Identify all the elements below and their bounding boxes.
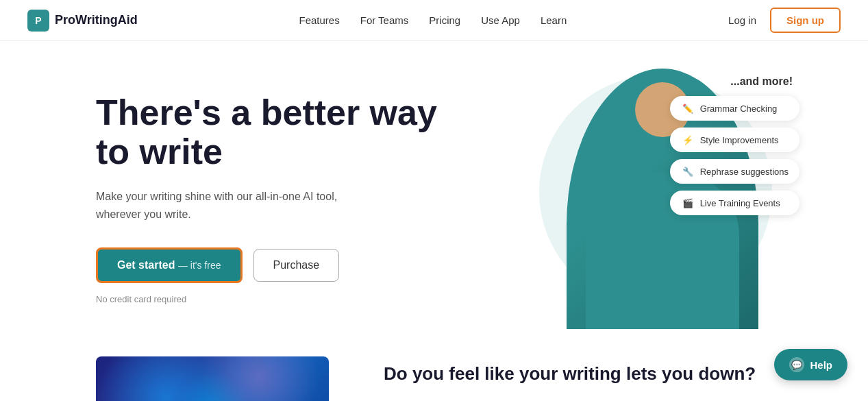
get-started-button[interactable]: Get started — it's free: [96, 247, 243, 283]
login-link[interactable]: Log in: [728, 14, 756, 26]
live-icon: 🎬: [681, 196, 695, 210]
nav-links: Features For Teams Pricing Use App Learn: [299, 14, 567, 27]
logo-icon: P: [27, 10, 49, 32]
no-credit-text: No credit card required: [96, 294, 452, 304]
starry-swirl-overlay: [96, 356, 329, 401]
grammar-icon: ✏️: [681, 101, 695, 115]
hero-title: There's a better way to write: [96, 93, 452, 171]
nav-features[interactable]: Features: [299, 14, 340, 26]
style-icon: ⚡: [681, 133, 695, 147]
feature-pills: ✏️ Grammar Checking ⚡ Style Improvements…: [670, 96, 799, 215]
hero-right: ...and more! ✏️ Grammar Checking ⚡ Style…: [452, 69, 813, 329]
bottom-text: Do you feel like your writing lets you d…: [384, 356, 756, 385]
pill-grammar: ✏️ Grammar Checking: [670, 96, 799, 121]
pill-style-label: Style Improvements: [700, 135, 779, 145]
nav-learn[interactable]: Learn: [541, 14, 567, 26]
pill-rephrase: 🔧 Rephrase suggestions: [670, 159, 799, 184]
nav-pricing[interactable]: Pricing: [429, 14, 460, 26]
logo[interactable]: P ProWritingAid: [27, 10, 138, 32]
pill-grammar-label: Grammar Checking: [700, 104, 778, 114]
bottom-heading: Do you feel like your writing lets you d…: [384, 363, 756, 385]
help-label: Help: [810, 359, 832, 371]
pill-live: 🎬 Live Training Events: [670, 191, 799, 215]
and-more-label: ...and more!: [730, 75, 793, 88]
get-started-suffix: — it's free: [178, 260, 221, 271]
help-chat-icon: 💬: [789, 357, 804, 372]
nav-for-teams[interactable]: For Teams: [360, 14, 409, 26]
pill-live-label: Live Training Events: [700, 198, 780, 208]
hero-buttons: Get started — it's free Purchase: [96, 247, 452, 283]
pill-rephrase-label: Rephrase suggestions: [700, 167, 789, 177]
signup-button[interactable]: Sign up: [770, 8, 841, 33]
nav-actions: Log in Sign up: [728, 8, 841, 33]
rephrase-icon: 🔧: [681, 165, 695, 178]
starry-night-image: [96, 356, 329, 401]
navigation: P ProWritingAid Features For Teams Prici…: [0, 0, 868, 41]
hero-section: There's a better way to write Make your …: [0, 41, 868, 356]
help-button[interactable]: 💬 Help: [774, 349, 847, 380]
logo-text: ProWritingAid: [55, 13, 138, 27]
purchase-button[interactable]: Purchase: [253, 249, 340, 282]
nav-use-app[interactable]: Use App: [481, 14, 520, 26]
pill-style: ⚡ Style Improvements: [670, 127, 799, 152]
hero-subtitle: Make your writing shine with our all-in-…: [96, 188, 343, 223]
hero-left: There's a better way to write Make your …: [96, 93, 452, 305]
bottom-section: Do you feel like your writing lets you d…: [0, 356, 868, 401]
get-started-label: Get started: [117, 259, 175, 271]
